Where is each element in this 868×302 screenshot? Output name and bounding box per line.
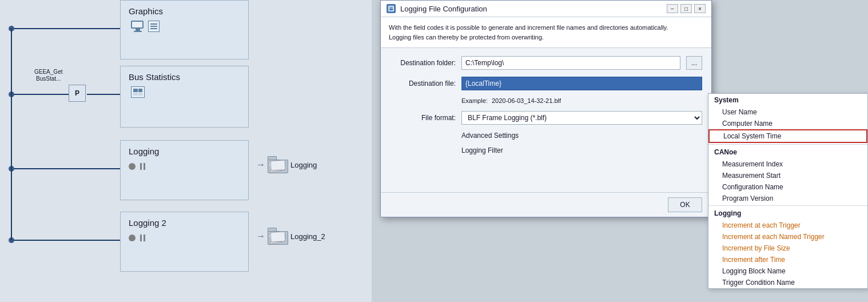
canoe-section-header: CANoe bbox=[708, 146, 867, 158]
graphics-block-icons bbox=[131, 21, 240, 32]
example-label: Example: bbox=[461, 97, 488, 104]
destination-file-input[interactable] bbox=[461, 77, 702, 90]
logging-arrow-folder: → Logging bbox=[256, 156, 317, 173]
logging-block: Logging bbox=[120, 140, 249, 200]
dialog-minimize-button[interactable]: − bbox=[667, 4, 678, 13]
logging-pause bbox=[140, 163, 145, 170]
logging-controls bbox=[129, 163, 240, 170]
dialog-icon bbox=[387, 4, 396, 13]
example-value: 2020-06-03_14-32-21.blf bbox=[492, 97, 561, 104]
logging-block-title: Logging bbox=[129, 146, 240, 156]
logging2-label: Logging_2 bbox=[290, 232, 325, 241]
ok-button[interactable]: OK bbox=[668, 197, 702, 212]
table-icon bbox=[131, 86, 145, 98]
dialog-footer: OK bbox=[381, 192, 711, 217]
dropdown-user-name[interactable]: User Name bbox=[708, 106, 867, 118]
destination-folder-row: Destination folder: ... bbox=[390, 56, 702, 70]
logging-section-header: Logging bbox=[708, 207, 867, 220]
logging2-block: Logging 2 bbox=[120, 212, 249, 272]
p-block: P bbox=[69, 85, 86, 102]
list-icon bbox=[148, 21, 160, 32]
destination-file-label: Destination file: bbox=[390, 80, 456, 88]
file-format-select[interactable]: BLF Frame Logging (*.blf)ASC Logging (*.… bbox=[461, 111, 702, 125]
dialog-description-line1: With the field codes it is possible to g… bbox=[389, 23, 703, 33]
dropdown-local-system-time[interactable]: Local System Time bbox=[708, 129, 867, 143]
dialog-body: Destination folder: ... Destination file… bbox=[381, 48, 711, 192]
dropdown-program-version[interactable]: Program Version bbox=[708, 193, 867, 204]
logging2-pause bbox=[140, 235, 145, 241]
canoe-divider bbox=[708, 144, 867, 145]
monitor-icon bbox=[131, 21, 145, 32]
system-section-header: System bbox=[708, 94, 867, 106]
logging-filter-row: Logging Filter bbox=[390, 146, 702, 154]
dropdown-panel: System User Name Computer Name Local Sys… bbox=[708, 93, 868, 289]
dropdown-increment-named-trigger[interactable]: Increment at each Named Trigger bbox=[708, 231, 867, 243]
bus-statistics-title: Bus Statistics bbox=[129, 72, 240, 82]
logging-filter-link[interactable]: Logging Filter bbox=[461, 146, 503, 154]
dialog-titlebar: Logging File Configuration − □ × bbox=[381, 1, 711, 17]
file-format-select-wrapper: BLF Frame Logging (*.blf)ASC Logging (*.… bbox=[461, 111, 702, 125]
svg-rect-11 bbox=[389, 6, 393, 11]
logging-label: Logging bbox=[290, 161, 317, 169]
logging-divider bbox=[708, 205, 867, 206]
browse-button[interactable]: ... bbox=[686, 56, 702, 70]
geea-label: GEEA_Get BusStat... bbox=[34, 69, 62, 82]
bus-statistics-icons bbox=[131, 86, 240, 98]
advanced-settings-row: Advanced Settings bbox=[390, 132, 702, 140]
dropdown-measurement-index[interactable]: Measurement Index bbox=[708, 158, 867, 170]
bus-statistics-block: Bus Statistics bbox=[120, 66, 249, 128]
dropdown-increment-file-size[interactable]: Increment by File Size bbox=[708, 243, 867, 254]
file-format-label: File format: bbox=[390, 114, 456, 122]
logging2-arrow-folder: → Logging_2 bbox=[256, 228, 325, 245]
dialog-description: With the field codes it is possible to g… bbox=[381, 17, 711, 48]
dropdown-increment-after-time[interactable]: Increment after Time bbox=[708, 254, 867, 265]
logging2-arrow-icon: → bbox=[256, 231, 265, 241]
logging2-controls bbox=[129, 235, 240, 241]
destination-folder-input[interactable] bbox=[461, 56, 680, 70]
dropdown-computer-name[interactable]: Computer Name bbox=[708, 118, 867, 129]
dialog-title: Logging File Configuration bbox=[400, 5, 662, 13]
advanced-settings-link[interactable]: Advanced Settings bbox=[461, 132, 519, 140]
destination-file-row: Destination file: bbox=[390, 77, 702, 90]
dropdown-logging-block-name[interactable]: Logging Block Name bbox=[708, 265, 867, 277]
destination-folder-label: Destination folder: bbox=[390, 59, 456, 67]
dialog-window-buttons: − □ × bbox=[667, 4, 706, 13]
logging2-folder-icon bbox=[268, 228, 288, 245]
dropdown-increment-each-trigger[interactable]: Increment at each Trigger bbox=[708, 220, 867, 231]
graphics-block: Graphics bbox=[120, 0, 249, 59]
dropdown-configuration-name[interactable]: Configuration Name bbox=[708, 181, 867, 193]
logging-folder-icon bbox=[268, 156, 288, 173]
file-format-row: File format: BLF Frame Logging (*.blf)AS… bbox=[390, 111, 702, 125]
logging-arrow-icon: → bbox=[256, 160, 265, 170]
dialog-description-line2: Logging files can thereby be protected f… bbox=[389, 33, 703, 42]
logging2-block-title: Logging 2 bbox=[129, 218, 240, 228]
dropdown-trigger-condition-name[interactable]: Trigger Condition Name bbox=[708, 277, 867, 288]
dialog-maximize-button[interactable]: □ bbox=[680, 4, 692, 13]
logging-config-dialog: Logging File Configuration − □ × With th… bbox=[380, 0, 712, 217]
logging-stop-dot bbox=[129, 163, 136, 170]
dropdown-measurement-start[interactable]: Measurement Start bbox=[708, 170, 867, 181]
graphics-block-title: Graphics bbox=[129, 6, 240, 16]
logging2-stop-dot bbox=[129, 235, 136, 241]
example-row: Example: 2020-06-03_14-32-21.blf bbox=[461, 97, 702, 104]
geea-node: GEEA_Get BusStat... bbox=[34, 69, 62, 82]
dialog-close-button[interactable]: × bbox=[694, 4, 706, 13]
